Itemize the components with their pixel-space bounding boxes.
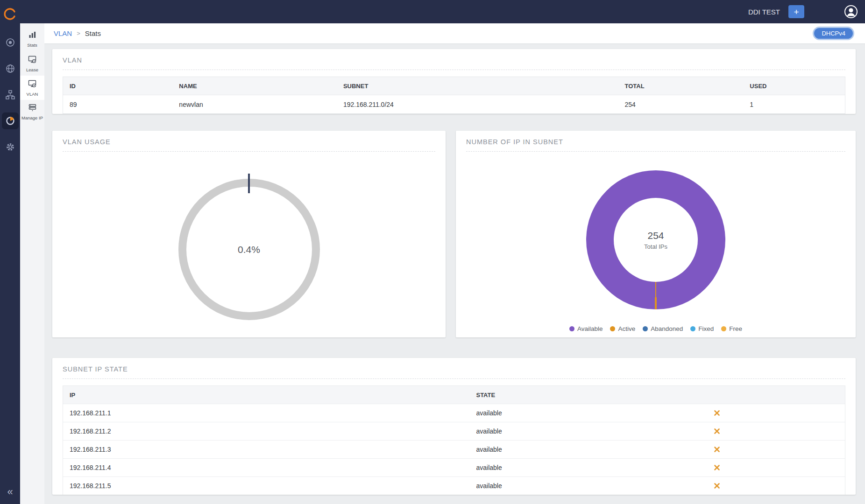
stats-icon (28, 31, 36, 41)
subnet-ip-state-card: SUBNET IP STATE IP STATE 192.168.211.1 a… (52, 358, 856, 495)
lease-icon (28, 55, 36, 65)
legend-dot (643, 326, 648, 331)
legend-label: Fixed (698, 325, 714, 332)
table-row[interactable]: 192.168.211.4 available (63, 458, 845, 476)
legend-dot (690, 326, 695, 331)
content-area: VLAN ID NAME SUBNET TOTAL USED 89 newvla… (44, 43, 865, 504)
ipam-icon[interactable] (2, 86, 19, 103)
vlan-card: VLAN ID NAME SUBNET TOTAL USED 89 newvla… (52, 49, 856, 114)
cell-state: available (469, 409, 845, 417)
legend-item-free[interactable]: Free (721, 325, 742, 332)
cell-ip: 192.168.211.3 (63, 446, 469, 453)
sidebar-item-label: Lease (26, 67, 38, 72)
cell-total: 254 (618, 101, 744, 108)
column-header-ip: IP (63, 392, 469, 399)
brand-logo-icon[interactable] (4, 7, 17, 21)
collapse-sidebar-button[interactable]: « (4, 485, 15, 498)
tools-icon[interactable] (707, 428, 720, 435)
card-title-vlan-usage: VLAN USAGE (52, 131, 446, 151)
breadcrumb-current: Stats (85, 29, 101, 37)
cell-ip: 192.168.211.2 (63, 427, 469, 435)
module-sidebar: Stats Lease VLAN Manage IP (20, 23, 44, 504)
sidebar-item-manage-ip[interactable]: Manage IP (20, 100, 44, 124)
legend-label: Active (618, 325, 635, 332)
legend-dot (569, 326, 574, 331)
gauge-value: 0.4% (178, 179, 320, 320)
column-header-total: TOTAL (618, 83, 744, 90)
donut-total-label: Total IPs (644, 243, 667, 250)
cell-subnet: 192.168.211.0/24 (337, 101, 618, 108)
vlan-table-header: ID NAME SUBNET TOTAL USED (63, 77, 845, 95)
breadcrumb: VLAN > Stats DHCPv4 (44, 23, 865, 43)
tools-icon[interactable] (707, 446, 720, 453)
tools-icon[interactable] (707, 410, 720, 417)
user-avatar-icon[interactable] (844, 4, 858, 19)
cell-name: newvlan (172, 101, 337, 108)
dashboard-icon[interactable] (2, 34, 19, 51)
card-title-vlan: VLAN (52, 49, 856, 70)
sidebar-item-label: Stats (27, 42, 37, 48)
legend-label: Abandoned (651, 325, 683, 332)
charts-row: VLAN USAGE 0.4% NUMBER OF IP IN SUBNET 2… (52, 131, 856, 337)
sidebar-item-label: VLAN (27, 91, 38, 97)
workspace-name[interactable]: DDI TEST (748, 8, 780, 16)
ip-table-header: IP STATE (63, 386, 845, 404)
legend-item-available[interactable]: Available (569, 325, 603, 332)
manage-ip-icon (28, 104, 36, 113)
tools-icon[interactable] (707, 464, 720, 471)
ip-donut-chart: 254 Total IPs (586, 170, 725, 309)
settings-gear-icon[interactable] (2, 139, 19, 155)
legend-label: Available (577, 325, 603, 332)
tools-icon[interactable] (707, 483, 720, 490)
vlan-icon (28, 79, 36, 90)
cell-ip: 192.168.211.5 (63, 482, 469, 490)
legend-item-abandoned[interactable]: Abandoned (643, 325, 683, 332)
table-row[interactable]: 192.168.211.3 available (63, 440, 845, 458)
cell-state: available (469, 482, 845, 490)
cell-state: available (469, 427, 845, 435)
legend-item-fixed[interactable]: Fixed (690, 325, 714, 332)
breadcrumb-parent-link[interactable]: VLAN (54, 29, 72, 37)
page: VLAN > Stats DHCPv4 VLAN ID NAME SUBNET … (44, 23, 865, 504)
dhcp-icon[interactable] (2, 112, 19, 129)
table-row[interactable]: 192.168.211.5 available (63, 476, 845, 495)
legend-item-active[interactable]: Active (610, 325, 635, 332)
dns-icon[interactable] (2, 60, 19, 77)
card-title-ip-subnet: NUMBER OF IP IN SUBNET (456, 131, 856, 151)
table-row[interactable]: 89 newvlan 192.168.211.0/24 254 1 (63, 95, 845, 113)
ip-subnet-card: NUMBER OF IP IN SUBNET 254 Total IPs Ava… (456, 131, 856, 337)
vlan-usage-card: VLAN USAGE 0.4% (52, 131, 446, 337)
legend-dot (721, 326, 726, 331)
donut-center: 254 Total IPs (614, 198, 698, 282)
column-header-used: USED (743, 83, 845, 90)
cell-state: available (469, 464, 845, 471)
ip-state-table: IP STATE 192.168.211.1 available 192.168… (63, 385, 845, 495)
card-title-subnet-ip-state: SUBNET IP STATE (52, 358, 856, 378)
legend-label: Free (729, 325, 742, 332)
cell-used: 1 (743, 101, 845, 108)
breadcrumb-separator: > (77, 30, 80, 37)
sidebar-item-vlan[interactable]: VLAN (20, 76, 44, 100)
column-header-name: NAME (172, 83, 337, 90)
cell-id: 89 (63, 101, 172, 108)
column-header-state: STATE (469, 392, 845, 399)
legend-dot (610, 326, 615, 331)
add-button[interactable]: + (788, 5, 804, 18)
app-rail: « (0, 0, 20, 504)
sidebar-item-lease[interactable]: Lease (20, 51, 44, 76)
table-row[interactable]: 192.168.211.2 available (63, 422, 845, 440)
column-header-subnet: SUBNET (337, 83, 618, 90)
cell-state: available (469, 446, 845, 453)
sidebar-item-stats[interactable]: Stats (20, 27, 44, 51)
chart-legend: Available Active Abandoned Fixed (456, 325, 856, 332)
vlan-table: ID NAME SUBNET TOTAL USED 89 newvlan 192… (63, 77, 845, 114)
protocol-badge[interactable]: DHCPv4 (814, 28, 853, 39)
cell-ip: 192.168.211.1 (63, 409, 469, 417)
donut-total-value: 254 (647, 230, 664, 241)
column-header-id: ID (63, 83, 172, 90)
table-row[interactable]: 192.168.211.1 available (63, 404, 845, 422)
sidebar-item-label: Manage IP (21, 115, 43, 120)
topbar: DDI TEST + (0, 0, 865, 23)
vlan-usage-gauge: 0.4% (178, 179, 320, 320)
cell-ip: 192.168.211.4 (63, 464, 469, 471)
